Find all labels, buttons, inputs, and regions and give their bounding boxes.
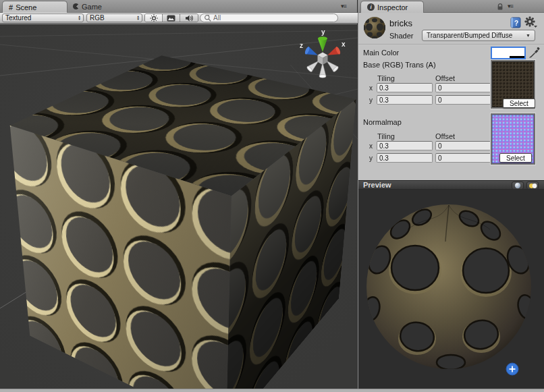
scene-tabbar: # Scene Game ▾≡: [0, 0, 357, 13]
base-tiling-y-input[interactable]: [377, 95, 433, 105]
preview-body[interactable]: [358, 190, 544, 389]
normalmap-select-button[interactable]: Select: [499, 153, 532, 163]
normal-offset-x-input[interactable]: [435, 141, 491, 150]
base-tiling-x-input[interactable]: [377, 83, 433, 92]
preview-title: Preview: [363, 181, 391, 189]
gizmo-x-label: x: [342, 40, 346, 48]
alpha-bar: [492, 56, 524, 58]
inspector-panel-menu-icon[interactable]: ▾≡: [508, 3, 513, 9]
offset-header: Offset: [435, 132, 455, 140]
tab-inspector[interactable]: i Inspector: [360, 1, 424, 13]
shader-dropdown[interactable]: Transparent/Bumped Diffuse ▼: [422, 30, 535, 41]
main-color-swatch[interactable]: [491, 47, 525, 59]
audio-toggle-button[interactable]: [180, 14, 198, 22]
textured-cube[interactable]: [94, 86, 302, 358]
updown-arrows-icon: ▴▾: [78, 16, 80, 20]
gear-icon[interactable]: [524, 16, 538, 28]
gizmo-y-axis[interactable]: [318, 36, 327, 52]
gizmo-y-label: y: [321, 28, 325, 36]
tab-inspector-label: Inspector: [377, 3, 408, 11]
svg-text:?: ?: [514, 20, 518, 27]
header-divider: [358, 44, 544, 45]
gizmo-center-cube[interactable]: [318, 53, 328, 65]
row-x-label: x: [369, 142, 373, 150]
gizmo-z-label: z: [300, 42, 303, 49]
preview-lighting-button[interactable]: [526, 181, 539, 190]
scene-search-field[interactable]: [200, 13, 338, 22]
scene-toolbar: Textured ▴▾ RGB ▴▾: [0, 13, 358, 24]
lock-icon[interactable]: [496, 3, 504, 11]
lighting-toggle-icon: [528, 183, 537, 189]
updown-arrows-icon: ▴▾: [137, 16, 139, 20]
image-icon: [167, 15, 175, 22]
tab-scene-label: Scene: [16, 3, 36, 11]
sphere-icon: [514, 182, 521, 189]
chevron-down-icon: ▼: [526, 33, 531, 38]
plus-icon[interactable]: [506, 362, 519, 376]
normalmap-label: Normalmap: [363, 118, 402, 126]
scene-gizmo[interactable]: y x z: [297, 27, 348, 82]
render-mode-dropdown[interactable]: RGB ▴▾: [86, 13, 142, 22]
scene-viewport[interactable]: y x z: [0, 24, 358, 389]
material-sphere-icon: [362, 15, 387, 40]
game-icon: [73, 3, 79, 9]
shader-label: Shader: [389, 32, 413, 40]
preview-header: Preview: [358, 180, 544, 190]
scene-panel-menu-icon[interactable]: ▾≡: [341, 3, 346, 9]
scene-panel: # Scene Game ▾≡ Textured ▴▾ RGB ▴▾: [0, 0, 358, 389]
main-color-label: Main Color: [363, 49, 399, 57]
base-map-label: Base (RGB) Trans (A): [363, 61, 436, 69]
normal-tiling-y-input[interactable]: [377, 153, 433, 163]
offset-header: Offset: [435, 74, 455, 82]
base-offset-y-input[interactable]: [435, 95, 491, 105]
tab-game-label: Game: [82, 3, 102, 11]
lighting-toggle-button[interactable]: [145, 14, 163, 22]
tab-scene[interactable]: # Scene: [2, 1, 67, 13]
normal-tiling-x-input[interactable]: [377, 141, 433, 150]
info-icon: i: [367, 3, 375, 11]
audio-icon: [185, 14, 194, 22]
base-select-button[interactable]: Select: [503, 99, 535, 108]
sun-icon: [150, 14, 158, 22]
shader-value: Transparent/Bumped Diffuse: [427, 32, 512, 39]
material-name: bricks: [389, 18, 412, 28]
row-y-label: y: [369, 96, 373, 104]
tab-game[interactable]: Game: [73, 0, 102, 13]
inspector-tabbar: i Inspector ▾≡: [358, 0, 544, 13]
inspector-panel: i Inspector ▾≡ bricks Shader Transparent…: [358, 0, 544, 389]
preview-mesh-button[interactable]: [512, 181, 524, 190]
search-icon: [204, 14, 212, 22]
help-icon[interactable]: ?: [510, 17, 521, 28]
tiling-header: Tiling: [377, 74, 395, 82]
row-y-label: y: [369, 155, 373, 162]
gizmo-x-axis[interactable]: [326, 46, 342, 59]
window-bottom-strip: [0, 389, 544, 392]
gizmo-z-axis[interactable]: [304, 46, 320, 59]
normal-offset-y-input[interactable]: [435, 153, 491, 163]
base-offset-x-input[interactable]: [435, 83, 491, 92]
scene-view-toggles: [144, 13, 198, 22]
draw-mode-dropdown[interactable]: Textured ▴▾: [2, 13, 84, 22]
skybox-toggle-button[interactable]: [163, 14, 180, 22]
row-x-label: x: [369, 84, 373, 92]
preview-sphere: [364, 202, 533, 371]
eyedropper-icon[interactable]: [529, 47, 541, 59]
tiling-header: Tiling: [377, 132, 395, 140]
render-mode-value: RGB: [90, 14, 105, 22]
search-input[interactable]: [213, 14, 321, 22]
draw-mode-value: Textured: [5, 14, 31, 22]
scene-grid-icon: #: [9, 3, 13, 11]
